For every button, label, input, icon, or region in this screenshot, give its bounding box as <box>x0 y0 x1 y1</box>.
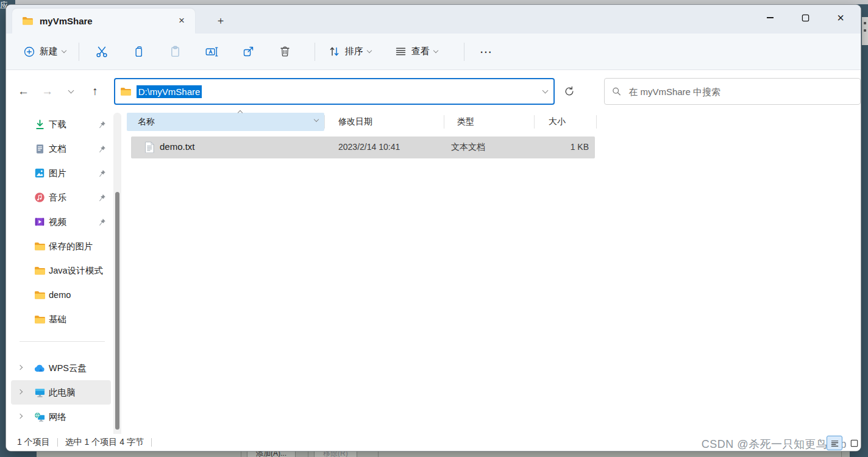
folder-icon <box>22 16 34 26</box>
column-header-type[interactable]: 类型 <box>444 113 534 131</box>
sidebar-item-documents[interactable]: 文档 <box>11 136 111 161</box>
videos-icon <box>34 216 46 228</box>
sort-button[interactable]: 排序 <box>323 41 376 62</box>
new-tab-button[interactable]: ＋ <box>212 12 229 29</box>
maximize-button[interactable] <box>788 5 823 30</box>
explorer-window: myVmShare × ＋ × 新建 <box>6 5 861 451</box>
item-count: 1 个项目 <box>17 437 50 448</box>
address-bar[interactable]: D:\myVmShare <box>114 78 555 105</box>
scrollbar-thumb[interactable] <box>115 192 119 430</box>
file-row-demo-txt[interactable]: demo.txt 2023/2/14 10:41 文本文档 1 KB <box>131 136 595 158</box>
pin-icon <box>98 120 106 131</box>
wps-cloud-icon <box>34 362 46 374</box>
folder-icon <box>120 87 132 96</box>
toolbar-divider <box>79 43 79 61</box>
rename-button[interactable] <box>197 40 226 64</box>
window-controls: × <box>752 5 858 30</box>
refresh-button[interactable] <box>558 80 580 102</box>
paste-icon <box>169 45 182 58</box>
chevron-down-icon <box>367 48 372 52</box>
paste-button[interactable] <box>160 40 190 64</box>
sidebar-item-saved-pictures[interactable]: 保存的图片 <box>11 234 111 258</box>
folder-icon <box>34 264 46 277</box>
view-button[interactable]: 查看 <box>390 41 443 62</box>
sort-icon <box>328 45 341 58</box>
minimize-button[interactable] <box>752 5 788 30</box>
sidebar-item-network[interactable]: 网络 <box>11 405 111 429</box>
toolbar-divider <box>315 43 315 61</box>
search-input[interactable] <box>628 87 853 97</box>
sidebar-item-downloads[interactable]: 下载 <box>11 112 111 136</box>
delete-button[interactable] <box>270 40 299 64</box>
chevron-down-icon <box>68 87 74 93</box>
sidebar-item-java-design-patterns[interactable]: Java设计模式 <box>11 258 111 283</box>
chevron-right-icon[interactable] <box>18 414 23 419</box>
background-window-strip <box>15 0 868 4</box>
search-icon <box>612 87 621 96</box>
sidebar-item-videos[interactable]: 视频 <box>11 210 111 234</box>
folder-icon <box>34 289 46 301</box>
search-box[interactable] <box>604 78 861 105</box>
column-header-size[interactable]: 大小 <box>534 113 596 131</box>
sidebar-scrollbar[interactable] <box>113 113 121 439</box>
details-view-button[interactable] <box>827 436 842 450</box>
chevron-down-icon <box>433 48 438 52</box>
copy-button[interactable] <box>124 40 153 64</box>
chevron-right-icon[interactable] <box>18 389 23 394</box>
cut-button[interactable] <box>87 40 116 64</box>
up-button[interactable]: ↑ <box>86 82 104 101</box>
column-header-name[interactable]: 名称 <box>127 113 324 131</box>
sidebar-divider <box>20 341 105 342</box>
details-view-icon <box>830 439 839 448</box>
forward-button[interactable]: → <box>38 82 56 101</box>
pin-icon <box>98 218 106 228</box>
tab-close-icon[interactable]: × <box>174 14 189 29</box>
chevron-right-icon[interactable] <box>18 365 23 370</box>
pin-icon <box>98 144 106 155</box>
text-file-icon <box>145 141 154 155</box>
navigation-pane: 下载 文档 图片 音乐 <box>11 108 111 434</box>
address-dropdown-icon[interactable] <box>542 87 549 93</box>
recent-locations-button[interactable] <box>62 82 80 101</box>
sidebar-item-pictures[interactable]: 图片 <box>11 161 111 185</box>
close-button[interactable]: × <box>823 5 858 30</box>
tab-bar: myVmShare × ＋ × <box>6 5 861 34</box>
toolbar-divider <box>464 43 464 61</box>
sidebar-item-demo[interactable]: demo <box>11 283 111 307</box>
chevron-down-icon <box>62 48 66 52</box>
back-button[interactable]: ← <box>15 82 32 101</box>
column-divider[interactable] <box>596 115 597 129</box>
new-button[interactable]: 新建 <box>18 42 71 62</box>
sidebar-item-wps-cloud[interactable]: WPS云盘 <box>11 356 111 380</box>
network-icon <box>34 411 46 423</box>
refresh-icon <box>564 86 575 97</box>
large-icons-view-button[interactable] <box>846 436 861 450</box>
minimize-icon <box>767 17 774 18</box>
command-bar: 新建 <box>6 34 861 70</box>
share-button[interactable] <box>233 40 263 64</box>
navigation-bar: ← → ↑ D:\myVmShare <box>6 70 861 113</box>
pin-icon <box>98 193 106 204</box>
folder-icon <box>34 313 46 325</box>
sidebar-item-this-pc[interactable]: 此电脑 <box>11 380 111 405</box>
column-filter-icon[interactable] <box>314 117 319 122</box>
large-icons-view-icon <box>850 439 859 448</box>
status-divider <box>151 438 152 447</box>
cut-icon <box>95 45 108 58</box>
status-divider <box>57 438 58 447</box>
selection-info: 选中 1 个项目 4 字节 <box>65 437 144 448</box>
new-plus-icon <box>23 46 35 58</box>
maximize-icon <box>802 14 809 22</box>
status-bar: 1 个项目 选中 1 个项目 4 字节 CSDN @杀死一只知更鸟debug <box>6 434 861 451</box>
copy-icon <box>132 45 145 58</box>
sidebar-item-music[interactable]: 音乐 <box>11 185 111 210</box>
music-icon <box>34 191 46 204</box>
address-path-selected: D:\myVmShare <box>137 85 202 98</box>
column-header-date[interactable]: 修改日期 <box>324 113 444 131</box>
sidebar-item-jichu[interactable]: 基础 <box>11 307 111 331</box>
folder-icon <box>34 240 46 252</box>
tab-myvmshare[interactable]: myVmShare × <box>12 9 195 34</box>
share-icon <box>242 45 255 58</box>
view-icon <box>394 45 407 58</box>
more-options-button[interactable]: ⋯ <box>472 44 500 59</box>
